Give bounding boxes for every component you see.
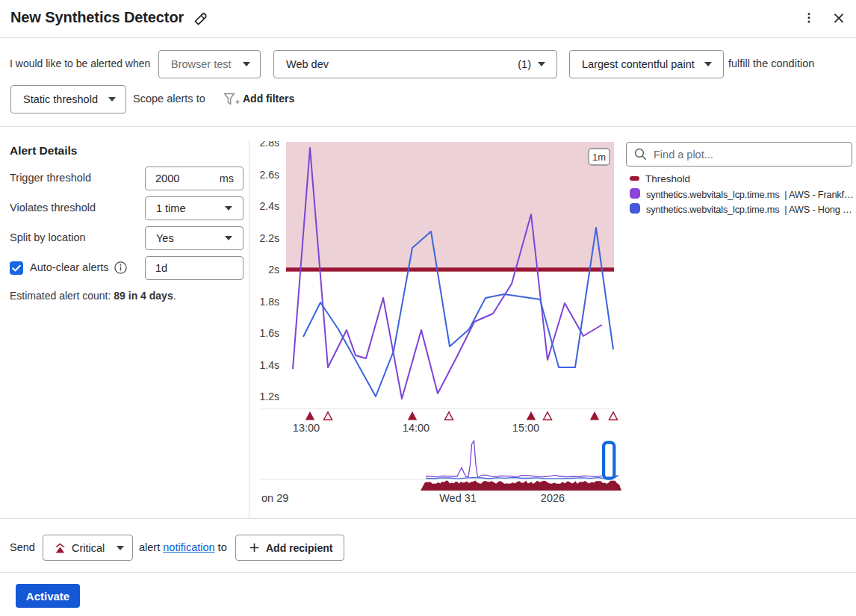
svg-text:15:00: 15:00 (512, 422, 539, 434)
svg-text:2.6s: 2.6s (260, 169, 279, 181)
svg-text:2s: 2s (268, 264, 279, 276)
svg-text:2026: 2026 (541, 492, 565, 504)
svg-text:1m: 1m (592, 152, 606, 163)
svg-text:2.2s: 2.2s (260, 232, 279, 244)
svg-text:14:00: 14:00 (403, 422, 429, 434)
svg-text:1.4s: 1.4s (260, 359, 279, 371)
svg-text:1.2s: 1.2s (260, 391, 279, 402)
svg-text:Wed 31: Wed 31 (439, 492, 477, 504)
svg-text:on 29: on 29 (261, 492, 288, 504)
svg-text:1.6s: 1.6s (260, 327, 279, 339)
svg-text:1.8s: 1.8s (260, 296, 279, 308)
svg-text:13:00: 13:00 (293, 422, 320, 434)
svg-text:2.4s: 2.4s (260, 200, 279, 212)
